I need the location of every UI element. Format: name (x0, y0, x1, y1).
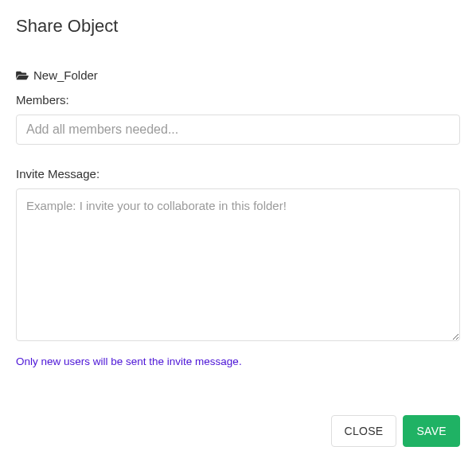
members-input[interactable] (16, 115, 460, 145)
invite-notice: Only new users will be sent the invite m… (16, 355, 460, 367)
close-button[interactable]: CLOSE (331, 415, 397, 447)
save-button[interactable]: SAVE (403, 415, 460, 447)
invite-message-label: Invite Message: (16, 167, 460, 181)
folder-row: New_Folder (16, 68, 460, 82)
folder-name: New_Folder (33, 68, 98, 82)
folder-open-icon (16, 70, 29, 81)
members-label: Members: (16, 93, 460, 107)
button-row: CLOSE SAVE (16, 415, 460, 447)
invite-message-textarea[interactable] (16, 188, 460, 341)
page-title: Share Object (16, 16, 460, 37)
